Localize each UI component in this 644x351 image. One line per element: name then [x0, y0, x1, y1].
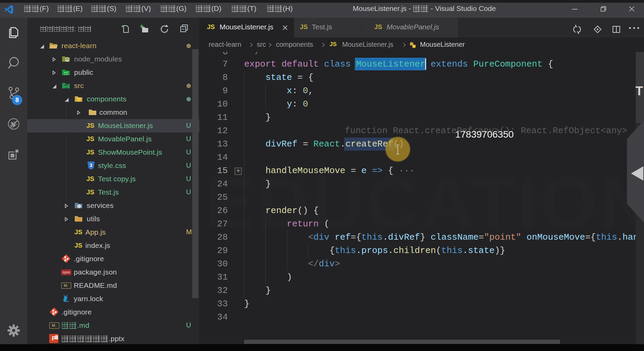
svg-text:</>: </> — [64, 85, 69, 88]
svg-text:js: js — [66, 59, 68, 61]
